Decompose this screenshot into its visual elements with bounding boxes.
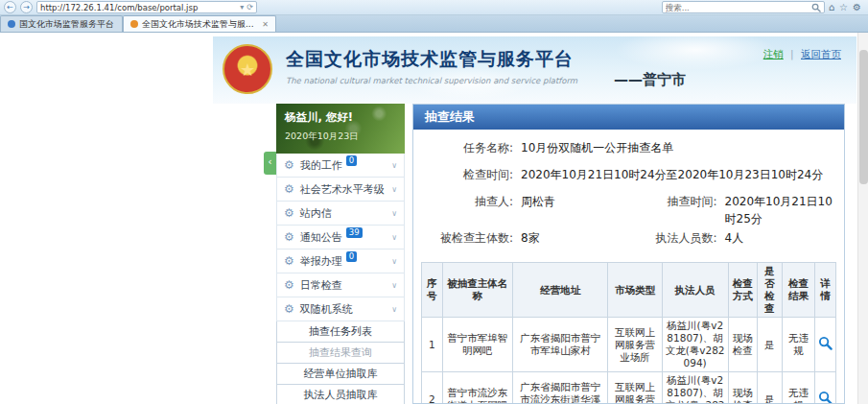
cell-result: 无违规 xyxy=(782,318,815,372)
cell-result: 无违规 xyxy=(782,372,815,404)
tab1-label: 国文化市场监管服务平台 xyxy=(19,18,115,31)
sidebar-item-notices[interactable]: ⚙ 通知公告 39 ∨ xyxy=(276,226,405,250)
cell-detail xyxy=(815,372,836,404)
chevron-down-icon: ∨ xyxy=(391,209,397,218)
submenu-task-list[interactable]: 抽查任务列表 xyxy=(277,321,404,343)
cell-method: 现场检查 xyxy=(728,318,757,372)
sidebar-item-double-random[interactable]: ⚙ 双随机系统 ∨ xyxy=(276,297,405,321)
sidebar-item-report-handling[interactable]: ⚙ 举报办理 0 ∨ xyxy=(276,250,405,273)
subject-count-label: 被检查主体数: xyxy=(425,229,513,247)
tab-bar: 国文化市场监管服务平台 全国文化市场技术监管与服... ✕ xyxy=(0,15,868,33)
panel-title: 抽查结果 xyxy=(413,105,844,130)
detail-magnifier-icon[interactable] xyxy=(818,336,833,353)
city-name: ——普宁市 xyxy=(614,71,686,89)
col-header-officers: 执法人员 xyxy=(662,263,728,318)
cell-no: 1 xyxy=(422,318,443,372)
gear-icon: ⚙ xyxy=(284,278,294,292)
scrollbar-thumb[interactable] xyxy=(859,50,868,184)
chevron-down-icon: ∨ xyxy=(391,161,397,170)
task-name-value: 10月份双随机一公开抽查名单 xyxy=(521,139,673,156)
gear-icon[interactable]: ⚙ xyxy=(853,2,861,12)
cell-no: 2 xyxy=(422,372,443,404)
detail-magnifier-icon[interactable] xyxy=(818,391,833,404)
tab-close-icon[interactable]: ✕ xyxy=(262,20,269,29)
inspector-label: 抽查人: xyxy=(425,193,513,210)
col-header-checked: 是否检查 xyxy=(757,263,782,318)
sidebar: ‹ 杨益川, 您好! 2020年10月23日 ⚙ 我的工作 0 ∨ ⚙ 社会艺术… xyxy=(276,104,405,404)
logout-link[interactable]: 注销 xyxy=(763,48,784,59)
count-badge: 0 xyxy=(346,251,357,262)
gear-icon: ⚙ xyxy=(284,254,294,268)
sidebar-item-label: 日常检查 xyxy=(300,278,342,293)
cell-officers: 杨益川(粤v281807)、胡文龙(粤v282094) xyxy=(662,318,728,372)
cell-checked: 是 xyxy=(757,318,782,372)
url-text[interactable]: http://172.26.1.41/com/base/portal.jsp xyxy=(40,3,237,12)
task-name-label: 任务名称: xyxy=(425,139,513,156)
tab1-favicon-icon xyxy=(8,20,15,28)
address-bar[interactable]: http://172.26.1.41/com/base/portal.jsp ▾… xyxy=(36,1,257,13)
gear-icon: ⚙ xyxy=(284,230,294,244)
chevron-down-icon: ∨ xyxy=(391,185,397,194)
count-badge: 39 xyxy=(346,227,363,238)
gear-icon: ⚙ xyxy=(284,302,294,316)
col-header-address: 经营地址 xyxy=(513,263,608,318)
cell-market-type: 互联网上网服务营业场所 xyxy=(608,372,662,404)
task-details: 任务名称: 10月份双随机一公开抽查名单 检查时间: 2020年10月21日10… xyxy=(413,130,844,260)
cell-address: 广东省揭阳市普宁市流沙东街道华溪村 xyxy=(513,372,608,404)
search-icon[interactable] xyxy=(811,3,821,12)
page-subtitle: The national cultural market technical s… xyxy=(286,76,577,85)
draw-time-label: 抽查时间: xyxy=(629,193,717,227)
col-header-name: 被抽查主体名称 xyxy=(442,263,512,318)
gear-icon: ⚙ xyxy=(284,182,294,196)
back-button[interactable]: ← xyxy=(4,1,16,13)
cell-name: 普宁市流沙东街道办至网吧 xyxy=(442,372,512,404)
sidebar-item-label: 我的工作 xyxy=(300,158,342,173)
tab2-favicon-icon xyxy=(130,20,138,28)
browser-tab-1[interactable]: 国文化市场监管服务平台 xyxy=(0,15,123,32)
cell-name: 普宁市军埠智明网吧 xyxy=(442,318,512,372)
col-header-no: 序号 xyxy=(422,263,443,318)
sidebar-item-label: 双随机系统 xyxy=(300,302,353,317)
subject-count-value: 8家 xyxy=(521,229,540,247)
current-date: 2020年10月23日 xyxy=(285,131,396,143)
search-box[interactable] xyxy=(662,1,825,13)
sidebar-item-daily-inspection[interactable]: ⚙ 日常检查 ∨ xyxy=(276,273,405,297)
sidebar-item-label: 站内信 xyxy=(300,206,332,221)
page-title: 全国文化市场技术监管与服务平台 xyxy=(286,47,577,72)
cell-detail xyxy=(815,318,836,372)
page-scrollbar[interactable] xyxy=(857,33,868,404)
col-header-result: 检查结果 xyxy=(782,263,815,318)
sidebar-item-label: 通知公告 xyxy=(300,230,342,245)
chevron-down-icon: ∨ xyxy=(391,281,397,290)
star-icon[interactable]: ☆ xyxy=(839,2,848,12)
dropdown-icon[interactable]: ▾ xyxy=(240,3,244,12)
link-divider: | xyxy=(790,48,794,59)
search-input[interactable] xyxy=(666,3,809,12)
officer-count-value: 4人 xyxy=(725,229,744,247)
sidebar-item-my-work[interactable]: ⚙ 我的工作 0 ∨ xyxy=(276,154,405,178)
submenu-officer-pool[interactable]: 执法人员抽取库 xyxy=(277,385,404,404)
sidebar-item-messages[interactable]: ⚙ 站内信 ∨ xyxy=(276,202,405,226)
officer-count-label: 执法人员数: xyxy=(629,229,717,247)
submenu-result-query[interactable]: 抽查结果查询 xyxy=(277,343,404,364)
table-row: 1 普宁市军埠智明网吧 广东省揭阳市普宁市军埠山家村 互联网上网服务营业场所 杨… xyxy=(422,318,836,372)
table-row: 2 普宁市流沙东街道办至网吧 广东省揭阳市普宁市流沙东街道华溪村 互联网上网服务… xyxy=(422,372,836,404)
sidebar-item-art-grading[interactable]: ⚙ 社会艺术水平考级 ∨ xyxy=(276,178,405,202)
col-header-method: 检查方式 xyxy=(728,263,757,318)
return-home-link[interactable]: 返回首页 xyxy=(801,48,841,59)
sidebar-collapse-button[interactable]: ‹ xyxy=(264,152,276,175)
cell-market-type: 互联网上网服务营业场所 xyxy=(608,318,662,372)
emblem-star-icon: ★ xyxy=(240,59,255,80)
check-time-value: 2020年10月21日10时24分至2020年10月23日10时24分 xyxy=(521,166,823,183)
cell-checked: 是 xyxy=(757,372,782,404)
check-time-label: 检查时间: xyxy=(425,166,513,183)
submenu-unit-pool[interactable]: 经营单位抽取库 xyxy=(277,364,404,385)
forward-button[interactable]: → xyxy=(20,1,33,13)
col-header-market-type: 市场类型 xyxy=(608,263,662,318)
count-badge: 0 xyxy=(346,155,357,166)
refresh-icon[interactable]: ⟳ xyxy=(246,3,253,12)
home-icon[interactable]: ⌂ xyxy=(829,2,834,12)
page: ★ 全国文化市场技术监管与服务平台 The national cultural … xyxy=(0,33,868,404)
sidebar-item-label: 社会艺术水平考级 xyxy=(300,182,385,197)
browser-tab-2[interactable]: 全国文化市场技术监管与服... ✕ xyxy=(123,15,276,32)
